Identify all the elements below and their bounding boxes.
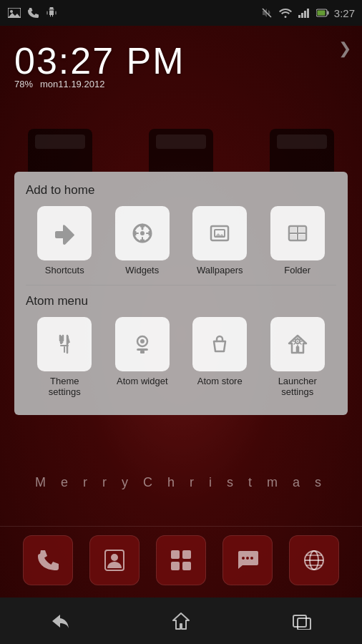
clock-battery: 78%: [14, 79, 33, 89]
shortcuts-label: Shortcuts: [45, 265, 84, 276]
svg-rect-56: [298, 618, 310, 630]
atom-menu-title: Atom menu: [26, 294, 336, 308]
widgets-label: Widgets: [125, 265, 159, 276]
atom-widget-icon-box: [115, 317, 170, 371]
atom-widget-icon: [128, 330, 157, 358]
svg-point-36: [140, 339, 145, 343]
svg-point-48: [246, 557, 249, 560]
launcher-settings-icon: [283, 330, 312, 358]
theme-settings-icon-box: [37, 317, 92, 371]
clock-widget: 03:27 PM 78% mon11.19.2012: [14, 39, 185, 89]
shortcuts-icon-box: [37, 206, 92, 260]
recent-icon: [292, 613, 312, 630]
folder-item[interactable]: Folder: [270, 206, 325, 276]
merry-christmas-text: M e r r y C h r i s t m a s: [0, 475, 362, 490]
svg-point-49: [250, 557, 253, 560]
dock-phone[interactable]: [23, 535, 73, 585]
wallpapers-label: Wallpapers: [197, 265, 243, 276]
clock-display: 03:27 PM: [14, 39, 185, 82]
dock-contacts-icon: [102, 548, 127, 572]
dock-apps[interactable]: [156, 535, 206, 585]
atom-store-icon-box: [192, 317, 247, 371]
theme-settings-item[interactable]: Theme settings: [37, 317, 92, 398]
dock: [0, 526, 362, 594]
atom-widget-label: Atom widget: [117, 376, 168, 387]
add-to-home-grid: Shortcuts Widgets: [26, 206, 336, 276]
svg-rect-21: [290, 228, 296, 233]
wallpapers-icon: [205, 219, 234, 248]
clock-date: mon11.19.2012: [40, 79, 104, 89]
dock-browser-icon: [302, 548, 326, 572]
launcher-settings-icon-box: [270, 317, 325, 371]
back-button[interactable]: [39, 607, 82, 635]
wallpapers-icon-box: [192, 206, 247, 260]
theme-settings-label: Theme settings: [49, 376, 81, 398]
atom-store-item[interactable]: Atom store: [192, 317, 247, 398]
svg-rect-37: [137, 348, 148, 351]
svg-rect-46: [182, 562, 191, 570]
svg-point-47: [242, 557, 245, 560]
dock-browser[interactable]: [289, 535, 339, 585]
back-icon: [50, 613, 70, 629]
svg-rect-44: [182, 550, 191, 559]
home-icon: [171, 611, 191, 631]
svg-rect-45: [171, 562, 180, 570]
theme-settings-icon: [50, 330, 79, 358]
svg-point-11: [140, 231, 145, 235]
folder-icon-box: [270, 206, 325, 260]
svg-point-42: [111, 554, 118, 561]
atom-store-label: Atom store: [197, 376, 243, 387]
svg-point-40: [297, 341, 298, 342]
atom-widget-item[interactable]: Atom widget: [115, 317, 170, 398]
svg-rect-38: [140, 351, 145, 353]
folder-icon: [283, 219, 312, 248]
add-to-home-dialog: Add to home Shortcuts: [14, 172, 348, 415]
dock-contacts[interactable]: [89, 535, 140, 585]
widgets-item[interactable]: Widgets: [115, 206, 170, 276]
shortcuts-icon: [50, 219, 79, 248]
atom-menu-grid: Theme settings Atom widget: [26, 317, 336, 398]
add-to-home-title: Add to home: [26, 183, 336, 197]
svg-rect-55: [293, 615, 306, 627]
atom-store-icon: [205, 330, 234, 358]
svg-rect-43: [171, 550, 180, 559]
home-button[interactable]: [160, 607, 202, 635]
svg-rect-23: [290, 235, 296, 240]
shortcuts-item[interactable]: Shortcuts: [37, 206, 92, 276]
dock-messages[interactable]: [222, 535, 273, 585]
svg-rect-24: [299, 235, 305, 240]
dock-apps-icon: [169, 548, 193, 572]
recent-button[interactable]: [280, 607, 323, 635]
folder-label: Folder: [284, 265, 310, 276]
svg-rect-22: [299, 228, 305, 233]
svg-rect-16: [211, 226, 228, 240]
wallpapers-item[interactable]: Wallpapers: [192, 206, 247, 276]
widgets-icon-box: [115, 206, 170, 260]
dock-phone-icon: [36, 548, 60, 572]
dialog-divider: [26, 285, 336, 286]
dock-messages-icon: [235, 548, 260, 572]
launcher-settings-label: Launcher settings: [278, 376, 317, 398]
svg-rect-28: [64, 346, 65, 353]
nav-bar: [0, 597, 362, 644]
widgets-icon: [128, 219, 157, 248]
launcher-settings-item[interactable]: Launcher settings: [270, 317, 325, 398]
